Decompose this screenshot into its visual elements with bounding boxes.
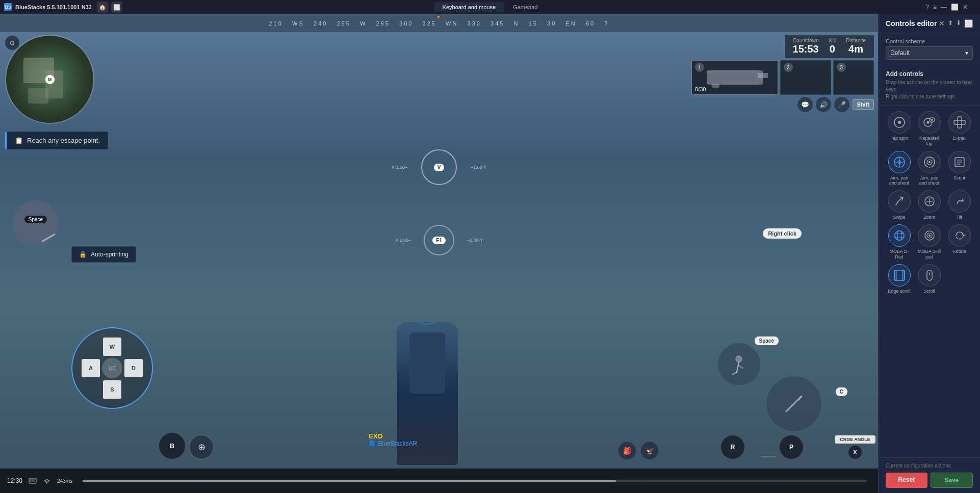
crosshair-f1[interactable]: X 1.00– F1 –1.00 Y bbox=[424, 225, 454, 255]
player-tag: EXO bbox=[369, 432, 417, 440]
signal-value: 243ms bbox=[57, 478, 72, 484]
inventory-icon-2[interactable]: 🦅 bbox=[640, 442, 659, 460]
p-button[interactable]: P bbox=[779, 434, 804, 460]
countdown-stat: Countdown 15:53 bbox=[793, 38, 819, 55]
close-button[interactable]: ✕ bbox=[963, 4, 968, 11]
aim-pan-shoot-icon bbox=[888, 151, 911, 173]
aim-pan-shoot-label: Aim, panand shoot bbox=[889, 175, 910, 187]
dpad-right[interactable]: D bbox=[124, 359, 143, 377]
space-label: Space bbox=[24, 216, 47, 223]
add-controls-section: Add controls Drag the actions on the scr… bbox=[879, 65, 980, 106]
weapon-slot-3[interactable]: 3 bbox=[833, 60, 874, 95]
bottom-time: 12:30 bbox=[7, 477, 22, 484]
svg-rect-15 bbox=[954, 120, 965, 124]
knife-button[interactable] bbox=[766, 376, 822, 432]
swipe-icon bbox=[888, 190, 911, 213]
shift-badge[interactable]: Shift bbox=[853, 99, 874, 110]
weapon-num-3: 3 bbox=[837, 63, 846, 72]
panel-close-icon[interactable]: ✕ bbox=[939, 19, 945, 28]
reset-button[interactable]: Reset bbox=[886, 473, 927, 488]
minimap-player: M bbox=[45, 75, 55, 84]
panel-maximize-icon[interactable]: ⬜ bbox=[964, 19, 973, 28]
space-line bbox=[41, 233, 55, 243]
b-button[interactable]: B bbox=[158, 432, 186, 460]
control-repeated-tap[interactable]: Repeatedtap bbox=[916, 111, 943, 147]
control-aim-pan-shoot[interactable]: Aim, panand shoot bbox=[886, 151, 913, 187]
distance-stat: Distance 4m bbox=[846, 38, 866, 55]
controls-header: Controls editor ✕ ⬆ ⬇ ⬜ bbox=[879, 14, 980, 33]
control-tap-spot[interactable]: Tap spot bbox=[886, 111, 913, 147]
svg-rect-14 bbox=[958, 117, 962, 128]
dpad-container[interactable]: W S A D 100 bbox=[71, 327, 153, 409]
dpad-circle[interactable]: W S A D 100 bbox=[71, 327, 153, 409]
weapon-img-1 bbox=[707, 70, 763, 85]
edge-scroll-area[interactable] bbox=[717, 343, 761, 386]
chat-icon[interactable]: 💬 bbox=[797, 97, 813, 112]
mission-text: Reach any escape point. bbox=[27, 137, 100, 144]
menu-icon[interactable]: ≡ bbox=[933, 4, 937, 11]
player-name-text: BlueStacksAR bbox=[378, 440, 418, 447]
mic-icon[interactable]: 🎤 bbox=[834, 97, 849, 112]
rotate-label: Rotate bbox=[952, 249, 966, 254]
weapon-slot-1[interactable]: 1 0/30 bbox=[691, 60, 778, 95]
control-zoom[interactable]: Zoom bbox=[916, 190, 943, 220]
kill-stat: Kill 0 bbox=[829, 38, 836, 55]
home-icon[interactable]: 🏠 bbox=[97, 2, 108, 13]
controls-footer: Current configuration actions Reset Save bbox=[879, 457, 980, 493]
svg-line-2 bbox=[739, 366, 743, 368]
moba-dpad-label: MOBA D-Pad bbox=[889, 249, 909, 260]
dpad-left[interactable]: A bbox=[82, 359, 100, 377]
countdown-label: Countdown bbox=[793, 38, 819, 43]
scroll-label: Scroll bbox=[923, 289, 935, 294]
control-moba-skill[interactable]: MOBA Skillpad bbox=[916, 224, 943, 260]
edge-scroll-ctrl-icon bbox=[888, 264, 911, 287]
rotate-icon bbox=[948, 224, 971, 247]
svg-line-3 bbox=[733, 372, 737, 374]
scheme-arrow: ▾ bbox=[965, 49, 968, 57]
backpack bbox=[409, 332, 445, 394]
speaker-icon[interactable]: 🔊 bbox=[816, 97, 831, 112]
screenshot-icon[interactable]: ⬜ bbox=[111, 2, 122, 13]
scheme-label: Control scheme bbox=[886, 38, 973, 44]
control-edge-scroll[interactable]: Edge scroll bbox=[886, 264, 913, 294]
script-label: Script bbox=[953, 175, 965, 181]
control-moba-dpad[interactable]: MOBA D-Pad bbox=[886, 224, 913, 260]
free-look-label: Aim, pan and shoot bbox=[916, 175, 943, 187]
x-button[interactable]: X bbox=[847, 445, 863, 460]
app-logo: BS BlueStacks 5.5.101.1001 N32 bbox=[4, 3, 92, 11]
b-label: B bbox=[170, 442, 174, 450]
panel-export-icon[interactable]: ⬆ bbox=[948, 19, 953, 28]
add-controls-desc: Drag the actions on the screen to bind k… bbox=[886, 79, 973, 100]
weapon-slot-2[interactable]: 2 bbox=[780, 60, 831, 95]
control-script[interactable]: Script bbox=[946, 151, 973, 187]
tab-keyboard-mouse[interactable]: Keyboard and mouse bbox=[434, 2, 504, 12]
space-button[interactable]: Space bbox=[13, 200, 59, 246]
fire-button[interactable]: ⊕ bbox=[189, 434, 214, 460]
control-rotate[interactable]: Rotate bbox=[946, 224, 973, 260]
crosshair-v[interactable]: X 1.00– V –1.00 Y bbox=[421, 149, 457, 185]
tap-spot-label: Tap spot bbox=[890, 136, 908, 141]
control-tilt[interactable]: Tilt bbox=[946, 190, 973, 220]
panel-import-icon[interactable]: ⬇ bbox=[956, 19, 961, 28]
help-icon[interactable]: ? bbox=[925, 4, 929, 11]
control-swipe[interactable]: Swipe bbox=[886, 190, 913, 220]
tab-gamepad[interactable]: Gamepad bbox=[505, 2, 546, 12]
settings-button[interactable]: ⚙ bbox=[5, 36, 19, 50]
control-dpad[interactable]: D-pad bbox=[946, 111, 973, 147]
control-scroll[interactable]: Scroll bbox=[916, 264, 943, 294]
dpad-cross: W S A D 100 bbox=[82, 338, 143, 399]
restore-button[interactable]: ⬜ bbox=[951, 4, 959, 11]
c-badge-text: C bbox=[836, 387, 847, 396]
control-free-look[interactable]: Aim, pan and shoot bbox=[916, 151, 943, 187]
r-button[interactable]: R bbox=[720, 434, 745, 460]
inventory-icon-1[interactable]: 🎒 bbox=[618, 442, 636, 460]
dpad-up[interactable]: W bbox=[103, 338, 121, 356]
tilt-label: Tilt bbox=[957, 215, 963, 220]
save-button[interactable]: Save bbox=[931, 473, 973, 488]
auto-sprint-badge[interactable]: 🔒 Auto-sprinting bbox=[71, 246, 136, 263]
scheme-select[interactable]: Default ▾ bbox=[886, 46, 973, 60]
minimize-button[interactable]: — bbox=[941, 4, 947, 11]
minimap[interactable]: M bbox=[5, 35, 94, 124]
dpad-down[interactable]: S bbox=[103, 380, 121, 399]
game-area[interactable]: 210 WS 240 255 W 285 300 325 WN 330 345 … bbox=[0, 14, 878, 493]
